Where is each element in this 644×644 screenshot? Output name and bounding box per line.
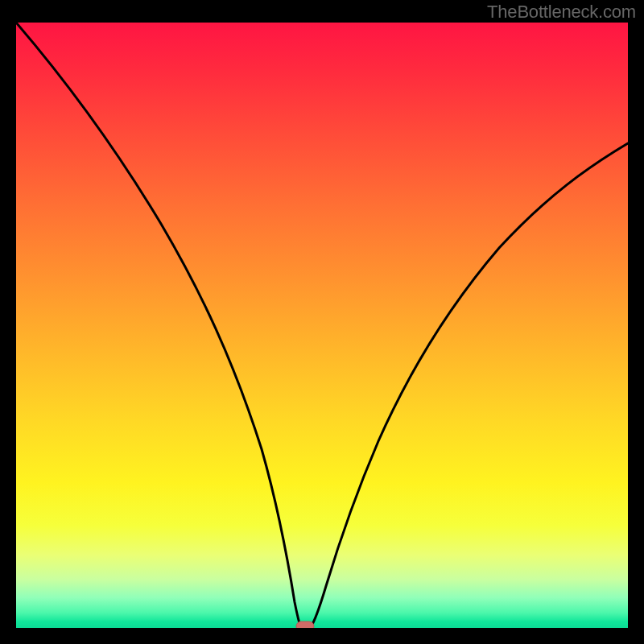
plot-area <box>16 23 628 628</box>
chart-frame: TheBottleneck.com <box>0 0 644 644</box>
watermark-text: TheBottleneck.com <box>487 2 636 23</box>
curve-layer <box>16 23 628 628</box>
bottleneck-curve <box>16 23 628 627</box>
optimum-marker <box>296 621 314 628</box>
